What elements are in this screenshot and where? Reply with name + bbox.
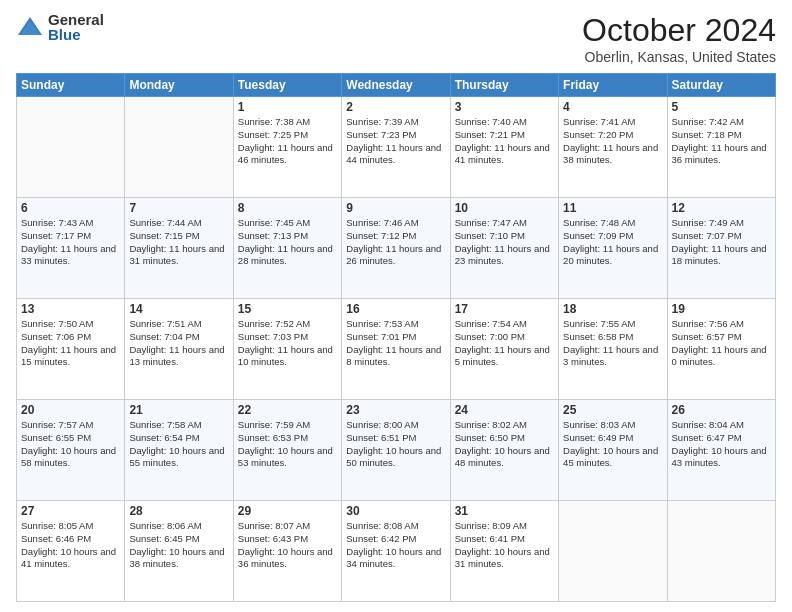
day-number: 14 — [129, 302, 228, 316]
header-row: SundayMondayTuesdayWednesdayThursdayFrid… — [17, 74, 776, 97]
day-number: 27 — [21, 504, 120, 518]
calendar-week: 27Sunrise: 8:05 AM Sunset: 6:46 PM Dayli… — [17, 501, 776, 602]
logo-icon — [16, 13, 44, 41]
cell-content: Sunrise: 8:06 AM Sunset: 6:45 PM Dayligh… — [129, 520, 228, 571]
calendar-cell: 8Sunrise: 7:45 AM Sunset: 7:13 PM Daylig… — [233, 198, 341, 299]
day-number: 17 — [455, 302, 554, 316]
calendar-cell: 13Sunrise: 7:50 AM Sunset: 7:06 PM Dayli… — [17, 299, 125, 400]
calendar-cell: 4Sunrise: 7:41 AM Sunset: 7:20 PM Daylig… — [559, 97, 667, 198]
day-number: 23 — [346, 403, 445, 417]
day-number: 10 — [455, 201, 554, 215]
calendar-cell: 19Sunrise: 7:56 AM Sunset: 6:57 PM Dayli… — [667, 299, 775, 400]
calendar-cell — [17, 97, 125, 198]
day-number: 11 — [563, 201, 662, 215]
calendar-cell: 30Sunrise: 8:08 AM Sunset: 6:42 PM Dayli… — [342, 501, 450, 602]
calendar-cell — [559, 501, 667, 602]
calendar-week: 13Sunrise: 7:50 AM Sunset: 7:06 PM Dayli… — [17, 299, 776, 400]
day-number: 31 — [455, 504, 554, 518]
cell-content: Sunrise: 8:07 AM Sunset: 6:43 PM Dayligh… — [238, 520, 337, 571]
calendar-cell: 1Sunrise: 7:38 AM Sunset: 7:25 PM Daylig… — [233, 97, 341, 198]
calendar-cell: 18Sunrise: 7:55 AM Sunset: 6:58 PM Dayli… — [559, 299, 667, 400]
day-number: 12 — [672, 201, 771, 215]
calendar-cell: 21Sunrise: 7:58 AM Sunset: 6:54 PM Dayli… — [125, 400, 233, 501]
calendar-cell: 16Sunrise: 7:53 AM Sunset: 7:01 PM Dayli… — [342, 299, 450, 400]
cell-content: Sunrise: 7:38 AM Sunset: 7:25 PM Dayligh… — [238, 116, 337, 167]
cell-content: Sunrise: 8:03 AM Sunset: 6:49 PM Dayligh… — [563, 419, 662, 470]
logo-text: General Blue — [48, 12, 104, 42]
day-number: 9 — [346, 201, 445, 215]
day-number: 25 — [563, 403, 662, 417]
cell-content: Sunrise: 8:00 AM Sunset: 6:51 PM Dayligh… — [346, 419, 445, 470]
calendar-cell: 11Sunrise: 7:48 AM Sunset: 7:09 PM Dayli… — [559, 198, 667, 299]
calendar-body: 1Sunrise: 7:38 AM Sunset: 7:25 PM Daylig… — [17, 97, 776, 602]
day-number: 1 — [238, 100, 337, 114]
calendar-cell: 31Sunrise: 8:09 AM Sunset: 6:41 PM Dayli… — [450, 501, 558, 602]
cell-content: Sunrise: 8:05 AM Sunset: 6:46 PM Dayligh… — [21, 520, 120, 571]
calendar-table: SundayMondayTuesdayWednesdayThursdayFrid… — [16, 73, 776, 602]
cell-content: Sunrise: 7:42 AM Sunset: 7:18 PM Dayligh… — [672, 116, 771, 167]
weekday-header: Thursday — [450, 74, 558, 97]
subtitle: Oberlin, Kansas, United States — [582, 49, 776, 65]
day-number: 30 — [346, 504, 445, 518]
cell-content: Sunrise: 8:04 AM Sunset: 6:47 PM Dayligh… — [672, 419, 771, 470]
calendar-cell: 3Sunrise: 7:40 AM Sunset: 7:21 PM Daylig… — [450, 97, 558, 198]
calendar-cell: 12Sunrise: 7:49 AM Sunset: 7:07 PM Dayli… — [667, 198, 775, 299]
calendar-cell: 29Sunrise: 8:07 AM Sunset: 6:43 PM Dayli… — [233, 501, 341, 602]
calendar-cell: 26Sunrise: 8:04 AM Sunset: 6:47 PM Dayli… — [667, 400, 775, 501]
calendar-week: 20Sunrise: 7:57 AM Sunset: 6:55 PM Dayli… — [17, 400, 776, 501]
cell-content: Sunrise: 8:09 AM Sunset: 6:41 PM Dayligh… — [455, 520, 554, 571]
calendar-cell: 15Sunrise: 7:52 AM Sunset: 7:03 PM Dayli… — [233, 299, 341, 400]
weekday-header: Sunday — [17, 74, 125, 97]
calendar-cell: 5Sunrise: 7:42 AM Sunset: 7:18 PM Daylig… — [667, 97, 775, 198]
day-number: 22 — [238, 403, 337, 417]
cell-content: Sunrise: 7:40 AM Sunset: 7:21 PM Dayligh… — [455, 116, 554, 167]
main-title: October 2024 — [582, 12, 776, 49]
logo-general: General — [48, 12, 104, 27]
header: General Blue October 2024 Oberlin, Kansa… — [16, 12, 776, 65]
day-number: 7 — [129, 201, 228, 215]
calendar-cell: 24Sunrise: 8:02 AM Sunset: 6:50 PM Dayli… — [450, 400, 558, 501]
calendar-cell: 25Sunrise: 8:03 AM Sunset: 6:49 PM Dayli… — [559, 400, 667, 501]
cell-content: Sunrise: 7:54 AM Sunset: 7:00 PM Dayligh… — [455, 318, 554, 369]
cell-content: Sunrise: 7:58 AM Sunset: 6:54 PM Dayligh… — [129, 419, 228, 470]
cell-content: Sunrise: 7:48 AM Sunset: 7:09 PM Dayligh… — [563, 217, 662, 268]
day-number: 6 — [21, 201, 120, 215]
day-number: 3 — [455, 100, 554, 114]
title-block: October 2024 Oberlin, Kansas, United Sta… — [582, 12, 776, 65]
calendar-cell — [125, 97, 233, 198]
cell-content: Sunrise: 8:08 AM Sunset: 6:42 PM Dayligh… — [346, 520, 445, 571]
weekday-header: Monday — [125, 74, 233, 97]
day-number: 24 — [455, 403, 554, 417]
page: General Blue October 2024 Oberlin, Kansa… — [0, 0, 792, 612]
cell-content: Sunrise: 7:41 AM Sunset: 7:20 PM Dayligh… — [563, 116, 662, 167]
cell-content: Sunrise: 7:57 AM Sunset: 6:55 PM Dayligh… — [21, 419, 120, 470]
cell-content: Sunrise: 7:51 AM Sunset: 7:04 PM Dayligh… — [129, 318, 228, 369]
calendar-cell: 28Sunrise: 8:06 AM Sunset: 6:45 PM Dayli… — [125, 501, 233, 602]
cell-content: Sunrise: 7:39 AM Sunset: 7:23 PM Dayligh… — [346, 116, 445, 167]
calendar-cell: 2Sunrise: 7:39 AM Sunset: 7:23 PM Daylig… — [342, 97, 450, 198]
day-number: 5 — [672, 100, 771, 114]
cell-content: Sunrise: 7:46 AM Sunset: 7:12 PM Dayligh… — [346, 217, 445, 268]
cell-content: Sunrise: 7:47 AM Sunset: 7:10 PM Dayligh… — [455, 217, 554, 268]
calendar-cell: 10Sunrise: 7:47 AM Sunset: 7:10 PM Dayli… — [450, 198, 558, 299]
logo: General Blue — [16, 12, 104, 42]
calendar-cell: 20Sunrise: 7:57 AM Sunset: 6:55 PM Dayli… — [17, 400, 125, 501]
calendar-cell: 6Sunrise: 7:43 AM Sunset: 7:17 PM Daylig… — [17, 198, 125, 299]
day-number: 4 — [563, 100, 662, 114]
day-number: 2 — [346, 100, 445, 114]
day-number: 20 — [21, 403, 120, 417]
day-number: 21 — [129, 403, 228, 417]
day-number: 8 — [238, 201, 337, 215]
cell-content: Sunrise: 7:59 AM Sunset: 6:53 PM Dayligh… — [238, 419, 337, 470]
weekday-header: Saturday — [667, 74, 775, 97]
cell-content: Sunrise: 7:56 AM Sunset: 6:57 PM Dayligh… — [672, 318, 771, 369]
calendar-week: 1Sunrise: 7:38 AM Sunset: 7:25 PM Daylig… — [17, 97, 776, 198]
day-number: 13 — [21, 302, 120, 316]
weekday-header: Wednesday — [342, 74, 450, 97]
weekday-header: Tuesday — [233, 74, 341, 97]
day-number: 26 — [672, 403, 771, 417]
cell-content: Sunrise: 7:49 AM Sunset: 7:07 PM Dayligh… — [672, 217, 771, 268]
calendar-cell: 9Sunrise: 7:46 AM Sunset: 7:12 PM Daylig… — [342, 198, 450, 299]
calendar-cell: 14Sunrise: 7:51 AM Sunset: 7:04 PM Dayli… — [125, 299, 233, 400]
cell-content: Sunrise: 7:55 AM Sunset: 6:58 PM Dayligh… — [563, 318, 662, 369]
